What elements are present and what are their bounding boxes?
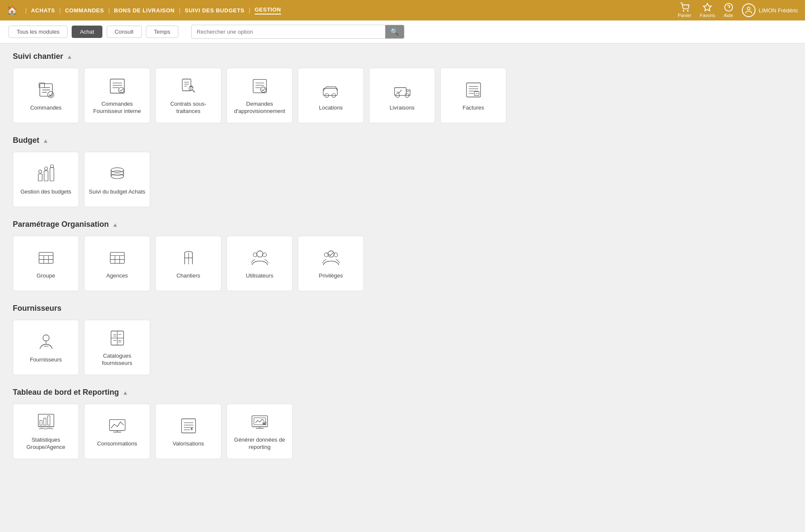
panier-button[interactable]: Panier <box>678 3 692 18</box>
user-name: LIMON Frédéric <box>759 7 798 14</box>
card-statistiques[interactable]: Statistiques Groupe/Agence <box>13 404 79 459</box>
card-utilisateurs[interactable]: Utilisateurs <box>227 236 293 291</box>
card-gestion-budgets[interactable]: Gestion des budgets <box>13 152 79 207</box>
svg-point-70 <box>324 253 328 257</box>
utilisateurs-label: Utilisateurs <box>246 272 273 280</box>
collapse-parametrage-icon[interactable]: ▲ <box>112 221 118 228</box>
top-navigation: 🏠 | ACHATS | COMMANDES | BONS DE LIVRAIS… <box>0 0 805 20</box>
svg-rect-89 <box>109 419 125 431</box>
svg-rect-87 <box>44 418 46 425</box>
chantiers-label: Chantiers <box>177 272 201 280</box>
favoris-icon <box>703 3 712 12</box>
demandes-icon <box>250 76 270 96</box>
nav-separator: | <box>59 7 61 14</box>
privileges-icon <box>321 248 341 268</box>
panier-icon <box>680 3 689 12</box>
filter-achat[interactable]: Achat <box>72 26 102 38</box>
favoris-label: Favoris <box>700 13 715 18</box>
panier-label: Panier <box>678 13 692 18</box>
card-groupe[interactable]: Groupe <box>13 236 79 291</box>
card-consommations[interactable]: Consommations <box>84 404 150 459</box>
search-input[interactable] <box>192 26 385 38</box>
svg-rect-17 <box>182 79 191 91</box>
suivi-budget-achats-label: Suivi du budget Achats <box>89 188 145 196</box>
tableau-bord-grid: Statistiques Groupe/Agence Consommations <box>13 404 792 459</box>
fournisseurs-label: Fournisseurs <box>30 356 62 364</box>
generer-donnees-icon: € <box>250 412 270 432</box>
card-chantiers[interactable]: Chantiers <box>155 236 221 291</box>
section-budget-header: Budget ▲ <box>13 136 792 145</box>
nav-separator: | <box>249 7 250 14</box>
section-suivi-chantier-title: Suivi chantier <box>13 52 63 61</box>
section-fournisseurs: Fournisseurs Fournisseurs <box>13 304 792 375</box>
card-demandes-approvisionnement[interactable]: Demandes d'approvisionnement <box>227 68 293 123</box>
consommations-icon <box>107 416 128 436</box>
card-commandes-fournisseur-interne[interactable]: Commandes Fournisseur interne <box>84 68 150 123</box>
svg-text:€: € <box>191 427 192 431</box>
suivi-budget-icon <box>107 164 128 184</box>
card-livraisons[interactable]: Livraisons <box>369 68 435 123</box>
aide-label: Aide <box>724 13 733 18</box>
livraisons-icon <box>392 80 413 100</box>
svg-point-72 <box>43 335 49 341</box>
user-menu[interactable]: LIMON Frédéric <box>742 3 798 17</box>
suivi-chantier-grid: Commandes Commandes Fournisseur interne <box>13 68 792 123</box>
card-suivi-budget-achats[interactable]: Suivi du budget Achats <box>84 152 150 207</box>
card-contrats-sous-traitances[interactable]: Contrats sous-traitances <box>155 68 221 123</box>
search-box: 🔍 <box>191 25 404 39</box>
nav-suivi-budgets[interactable]: SUIVI DES BUDGETS <box>185 7 244 14</box>
svg-point-1 <box>687 10 688 11</box>
commandes-fournisseur-interne-label: Commandes Fournisseur interne <box>89 101 145 115</box>
card-valorisations[interactable]: € Valorisations <box>155 404 221 459</box>
nav-commandes[interactable]: COMMANDES <box>65 7 104 14</box>
filter-consult[interactable]: Consult <box>107 26 142 38</box>
commandes-fournisseur-icon <box>107 76 128 96</box>
card-privileges[interactable]: Privilèges <box>298 236 364 291</box>
svg-point-49 <box>111 174 123 179</box>
svg-point-45 <box>44 167 47 170</box>
filter-tous-modules[interactable]: Tous les modules <box>9 26 67 38</box>
card-fournisseurs[interactable]: Fournisseurs <box>13 320 79 375</box>
collapse-budget-icon[interactable]: ▲ <box>43 137 49 144</box>
factures-label: Factures <box>462 104 484 112</box>
card-agences[interactable]: Agences <box>84 236 150 291</box>
svg-point-67 <box>253 253 257 257</box>
svg-rect-42 <box>44 171 48 181</box>
fournisseurs-grid: Fournisseurs C <box>13 320 792 375</box>
factures-icon <box>463 80 484 100</box>
svg-point-68 <box>262 253 266 257</box>
svg-point-44 <box>38 170 41 173</box>
collapse-suivi-chantier-icon[interactable]: ▲ <box>67 53 73 60</box>
home-icon[interactable]: 🏠 <box>7 5 17 15</box>
card-factures[interactable]: Factures <box>440 68 506 123</box>
svg-marker-2 <box>703 3 711 11</box>
svg-point-46 <box>50 165 53 168</box>
gestion-budgets-icon <box>36 164 56 184</box>
agences-icon <box>107 248 128 268</box>
contrats-icon <box>178 76 199 96</box>
filter-temps[interactable]: Temps <box>146 26 178 38</box>
nav-gestion[interactable]: GESTION <box>255 6 281 14</box>
nav-separator: | <box>179 7 180 14</box>
contrats-sous-traitances-label: Contrats sous-traitances <box>160 101 217 115</box>
section-tableau-bord: Tableau de bord et Reporting ▲ Statistiq… <box>13 388 792 459</box>
catalogues-fournisseurs-label: Catalogues fournisseurs <box>89 353 145 367</box>
section-tableau-bord-header: Tableau de bord et Reporting ▲ <box>13 388 792 397</box>
aide-button[interactable]: Aide <box>724 3 733 18</box>
favoris-button[interactable]: Favoris <box>700 3 715 18</box>
commandes-icon <box>36 80 56 100</box>
svg-rect-12 <box>110 79 124 93</box>
section-budget: Budget ▲ Gestion des budgets <box>13 136 792 207</box>
nav-bons-livraison[interactable]: BONS DE LIVRAISON <box>114 7 174 14</box>
chantiers-icon <box>178 248 199 268</box>
card-catalogues-fournisseurs[interactable]: Catalogues fournisseurs <box>84 320 150 375</box>
card-commandes[interactable]: Commandes <box>13 68 79 123</box>
card-generer-donnees[interactable]: € Générer données de reporting <box>227 404 293 459</box>
svg-point-0 <box>683 10 684 11</box>
collapse-tableau-bord-icon[interactable]: ▲ <box>122 389 128 396</box>
card-locations[interactable]: Locations <box>298 68 364 123</box>
search-button[interactable]: 🔍 <box>385 25 404 38</box>
svg-point-27 <box>260 87 266 93</box>
nav-achats[interactable]: ACHATS <box>31 7 55 14</box>
budget-grid: Gestion des budgets Suivi du budget Acha… <box>13 152 792 207</box>
